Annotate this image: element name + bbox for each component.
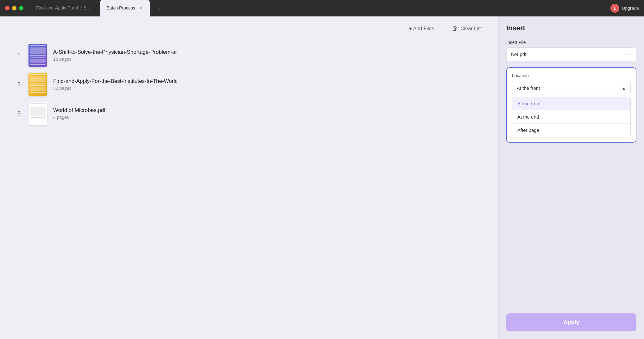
tab-find-and-apply[interactable]: Find-and-Apply-For-the-B... bbox=[30, 0, 96, 16]
file-input-text: fw4.pdf bbox=[511, 52, 526, 57]
file-info-3: World of Microbes.pdf 6 pages bbox=[53, 107, 105, 120]
insert-file-label: Insert File bbox=[506, 40, 636, 45]
location-label: Location bbox=[512, 73, 631, 78]
insert-panel: Insert Insert File fw4.pdf ··· Location … bbox=[498, 16, 644, 339]
toolbar-divider bbox=[443, 25, 443, 33]
location-section: Location At the front ▲ At the front At … bbox=[506, 67, 636, 143]
file-thumbnail-3 bbox=[28, 102, 47, 125]
insert-file-section: Insert File fw4.pdf ··· bbox=[506, 40, 636, 61]
close-button[interactable] bbox=[5, 6, 9, 10]
maximize-button[interactable] bbox=[19, 6, 23, 10]
list-item: 1. A-Shift-to-Solve-the-Physician-Shorta… bbox=[13, 44, 486, 67]
file-list: 1. A-Shift-to-Solve-the-Physician-Shorta… bbox=[0, 41, 498, 128]
tab-close-icon[interactable]: × bbox=[138, 5, 143, 10]
file-thumbnail-2 bbox=[28, 73, 47, 96]
list-item: 3. World of Microbes.pdf 6 pages bbox=[13, 102, 486, 125]
dropdown-item-after-page[interactable]: After page bbox=[512, 123, 630, 137]
file-panel: + Add Files 🗑 Clear List 1. bbox=[0, 16, 498, 339]
location-select-text: At the front bbox=[517, 85, 540, 91]
file-thumbnail-1 bbox=[28, 44, 47, 67]
file-info-2: Find-and-Apply-For-the-Best-Institutes-I… bbox=[53, 78, 178, 91]
file-info-1: A-Shift-to-Solve-the-Physician-Shortage-… bbox=[53, 49, 177, 62]
file-input-row[interactable]: fw4.pdf ··· bbox=[506, 47, 636, 61]
insert-title: Insert bbox=[506, 24, 636, 32]
location-select-row[interactable]: At the front ▲ bbox=[512, 82, 631, 94]
minimize-button[interactable] bbox=[12, 6, 16, 10]
file-name-3: World of Microbes.pdf bbox=[53, 107, 105, 114]
user-avatar: L bbox=[610, 4, 619, 13]
clear-list-button[interactable]: 🗑 Clear List bbox=[448, 23, 486, 34]
file-input-dots-button[interactable]: ··· bbox=[625, 51, 632, 58]
file-name-2: Find-and-Apply-For-the-Best-Institutes-I… bbox=[53, 78, 178, 84]
toolbar: + Add Files 🗑 Clear List bbox=[0, 16, 498, 41]
file-name-1: A-Shift-to-Solve-the-Physician-Shortage-… bbox=[53, 49, 177, 55]
traffic-lights bbox=[5, 6, 23, 10]
trash-icon: 🗑 bbox=[452, 25, 458, 32]
main-container: + Add Files 🗑 Clear List 1. bbox=[0, 16, 644, 339]
location-dropdown: At the front At the end After page bbox=[512, 97, 631, 137]
file-number-1: 1. bbox=[13, 52, 22, 59]
list-item: 2. Find-and-Apply-For-the-Best-Institute… bbox=[13, 73, 486, 96]
file-pages-1: 13 pages bbox=[53, 57, 177, 62]
titlebar: Find-and-Apply-For-the-B... Batch Proces… bbox=[0, 0, 644, 16]
upgrade-label: Upgrade bbox=[622, 6, 639, 11]
upgrade-button[interactable]: L Upgrade bbox=[610, 4, 639, 13]
file-number-2: 2. bbox=[13, 81, 22, 88]
apply-button[interactable]: Apply bbox=[506, 313, 636, 331]
dropdown-item-at-end[interactable]: At the end bbox=[512, 110, 630, 123]
add-files-label: + Add Files bbox=[409, 26, 434, 32]
tab-inactive-label: Find-and-Apply-For-the-B... bbox=[36, 5, 90, 10]
tab-batch-process[interactable]: Batch Process × bbox=[100, 0, 149, 16]
chevron-up-icon: ▲ bbox=[622, 86, 626, 91]
dropdown-item-at-front[interactable]: At the front bbox=[512, 97, 630, 110]
file-pages-2: 30 pages bbox=[53, 86, 178, 91]
file-number-3: 3. bbox=[13, 110, 22, 117]
clear-list-label: Clear List bbox=[460, 26, 482, 32]
add-files-button[interactable]: + Add Files bbox=[405, 23, 438, 34]
tab-add-button[interactable]: + bbox=[155, 4, 164, 13]
file-pages-3: 6 pages bbox=[53, 115, 105, 120]
tab-active-label: Batch Process bbox=[106, 5, 135, 10]
